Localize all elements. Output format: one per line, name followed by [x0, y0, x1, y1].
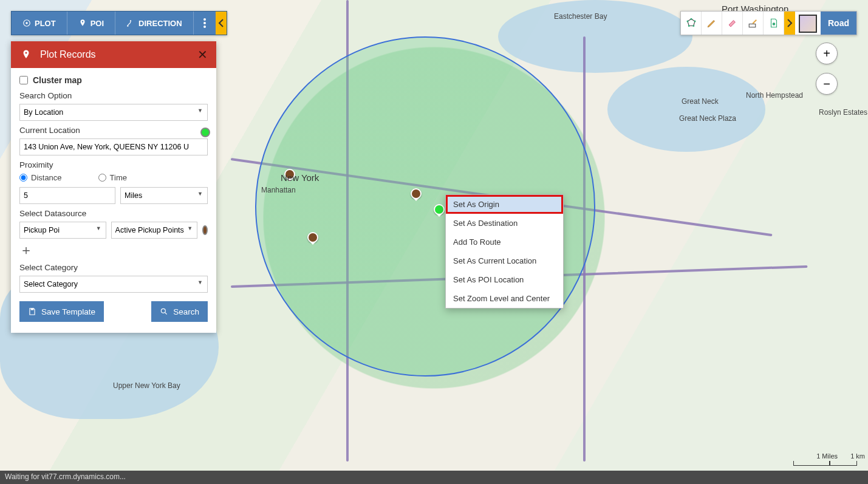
- draw-pencil-button[interactable]: [702, 12, 722, 35]
- close-button[interactable]: ✕: [197, 47, 208, 62]
- tab-label: POI: [91, 19, 104, 28]
- draw-polygon-button[interactable]: [681, 12, 702, 35]
- route-icon: [126, 19, 135, 27]
- zoom-out-button[interactable]: −: [816, 73, 838, 95]
- eraser-icon: [727, 18, 738, 29]
- search-button[interactable]: Search: [151, 301, 208, 322]
- search-icon: [160, 307, 168, 316]
- add-datasource-button[interactable]: ＋: [19, 244, 208, 257]
- map-label: Roslyn Estates: [819, 108, 867, 117]
- tab-label: PLOT: [35, 19, 56, 28]
- time-label: Time: [110, 173, 127, 182]
- ctx-set-as-poi-location[interactable]: Set As POI Location: [446, 270, 563, 289]
- ctx-set-as-current-location[interactable]: Set As Current Location: [446, 251, 563, 270]
- pencil-icon: [706, 18, 717, 29]
- dots-vertical-icon: [203, 18, 206, 28]
- expand-right-button[interactable]: [784, 12, 795, 35]
- category-select[interactable]: Select Category: [19, 276, 208, 293]
- zoom-in-button[interactable]: +: [816, 43, 838, 64]
- polygon-icon: [686, 18, 697, 29]
- browser-status-bar: Waiting for vit77.crm.dynamics.com...: [0, 471, 868, 484]
- save-template-button[interactable]: Save Template: [19, 301, 104, 322]
- plot-records-panel: Plot Records ✕ Cluster map Search Option…: [11, 41, 216, 333]
- distance-label: Distance: [31, 173, 62, 182]
- edit-icon: [748, 18, 759, 29]
- map-pin[interactable]: [284, 169, 295, 180]
- top-tab-bar: PLOT POI DIRECTION: [11, 11, 227, 35]
- datasource-a-select[interactable]: Pickup Poi: [19, 222, 106, 239]
- svg-rect-14: [749, 24, 756, 27]
- map-context-menu: Set As Origin Set As Destination Add To …: [445, 194, 564, 308]
- svg-point-4: [203, 18, 206, 21]
- tab-direction[interactable]: DIRECTION: [115, 12, 194, 35]
- datasource-label: Select Datasource: [19, 209, 208, 218]
- eraser-button[interactable]: [722, 12, 743, 35]
- right-toolbar: Road: [680, 11, 857, 35]
- proximity-label: Proximity: [19, 160, 208, 169]
- svg-point-13: [688, 25, 689, 27]
- panel-title: Plot Records: [40, 49, 96, 60]
- map-pin[interactable]: [411, 188, 422, 199]
- search-option-select[interactable]: By Location: [19, 104, 208, 121]
- save-icon: [28, 307, 36, 316]
- proximity-unit-select[interactable]: Miles: [120, 187, 208, 204]
- datasource-b-select[interactable]: Active Pickup Points: [111, 222, 198, 239]
- svg-point-1: [26, 22, 28, 24]
- tab-label: DIRECTION: [138, 19, 182, 28]
- panel-header: Plot Records ✕: [11, 41, 216, 68]
- datasource-pin-icon: [202, 225, 208, 235]
- scale-km: 1 km: [850, 452, 865, 460]
- pin-icon: [78, 19, 87, 27]
- ctx-set-as-origin[interactable]: Set As Origin: [446, 195, 563, 214]
- edit-shape-button[interactable]: [743, 12, 764, 35]
- svg-point-6: [203, 26, 206, 28]
- time-radio[interactable]: [98, 174, 106, 182]
- basemap-thumb[interactable]: [799, 15, 817, 33]
- proximity-distance-radio[interactable]: Distance: [19, 173, 62, 182]
- scale-bar: 1 Miles 1 km: [793, 461, 857, 466]
- ctx-set-as-destination[interactable]: Set As Destination: [446, 214, 563, 233]
- target-icon: [22, 19, 31, 27]
- save-template-label: Save Template: [41, 307, 95, 316]
- cluster-map-label: Cluster map: [33, 75, 82, 85]
- maptype-button[interactable]: Road: [821, 12, 856, 35]
- scale-miles: 1 Miles: [816, 452, 838, 460]
- category-label: Select Category: [19, 263, 208, 272]
- distance-radio[interactable]: [19, 174, 27, 182]
- svg-point-2: [127, 26, 128, 27]
- search-label: Search: [173, 307, 199, 316]
- tab-poi[interactable]: POI: [67, 12, 115, 35]
- tab-plot[interactable]: PLOT: [12, 12, 67, 35]
- svg-point-9: [686, 21, 688, 22]
- ctx-set-zoom-level-center[interactable]: Set Zoom Level and Center: [446, 289, 563, 308]
- ctx-add-to-route[interactable]: Add To Route: [446, 233, 563, 251]
- svg-point-10: [690, 18, 692, 20]
- save-territory-button[interactable]: [764, 12, 784, 35]
- collapse-left-button[interactable]: [216, 12, 227, 35]
- map-pin[interactable]: [307, 232, 318, 243]
- tab-more-button[interactable]: [194, 12, 216, 35]
- chevron-left-icon: [218, 19, 224, 27]
- svg-point-5: [203, 22, 206, 24]
- svg-point-15: [772, 22, 775, 26]
- pin-icon: [19, 48, 33, 61]
- current-location-input[interactable]: [19, 138, 208, 155]
- proximity-value-input[interactable]: [19, 187, 115, 204]
- svg-point-11: [694, 21, 695, 22]
- territory-save-icon: [768, 18, 779, 29]
- svg-point-8: [162, 308, 166, 313]
- map-pin-origin[interactable]: [434, 204, 445, 215]
- location-pin-icon: [200, 128, 210, 137]
- svg-point-3: [130, 20, 131, 21]
- current-location-label: Current Location: [19, 126, 208, 135]
- proximity-time-radio[interactable]: Time: [98, 173, 127, 182]
- svg-point-12: [692, 25, 694, 27]
- search-option-label: Search Option: [19, 91, 208, 100]
- cluster-map-checkbox[interactable]: [19, 76, 28, 84]
- svg-rect-7: [31, 308, 34, 310]
- chevron-right-icon: [787, 19, 793, 27]
